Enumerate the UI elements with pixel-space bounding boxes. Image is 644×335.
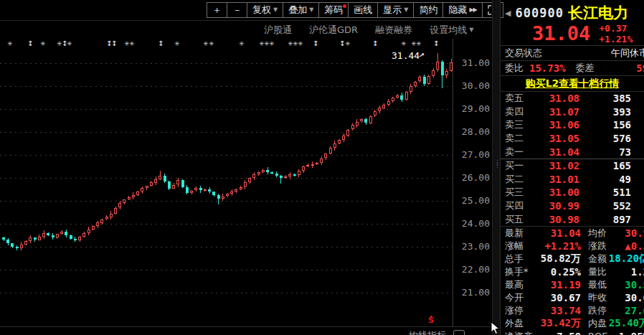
- ask-row[interactable]: 卖三31.06156: [501, 118, 644, 132]
- event-arrow-icon[interactable]: ↕: [27, 39, 33, 48]
- gridline: [0, 178, 453, 179]
- event-s-marker[interactable]: ▲ S: [428, 314, 434, 323]
- candle-body: [320, 159, 323, 163]
- simple-mode-button[interactable]: 简约: [413, 2, 443, 18]
- event-arrow-icon[interactable]: ↕: [158, 39, 164, 48]
- candle-body: [96, 222, 99, 226]
- candle-body: [60, 232, 63, 234]
- event-star-icon[interactable]: ✳: [401, 39, 407, 48]
- event-star-icon[interactable]: ✳: [174, 39, 180, 48]
- panel-splitter[interactable]: ⋮⋮: [492, 0, 501, 335]
- candle-body: [105, 217, 108, 219]
- level-volume: 73: [619, 146, 644, 158]
- candle-body: [87, 230, 90, 233]
- event-star-icon[interactable]: ✳: [269, 39, 275, 48]
- candle-body: [29, 237, 32, 241]
- candle-body: [324, 154, 327, 158]
- bid-row[interactable]: 买三31.00511: [501, 186, 644, 199]
- event-star-icon[interactable]: ✳: [239, 39, 245, 48]
- candle-body: [311, 164, 314, 166]
- display-button[interactable]: 显示▼: [377, 2, 414, 18]
- event-arrow-icon[interactable]: ↕: [433, 39, 439, 48]
- event-arrow-icon[interactable]: ↕: [111, 39, 117, 48]
- bid-row[interactable]: 买五30.98897: [501, 212, 644, 226]
- stat-details: 最新31.04均价30.9涨幅+1.21%涨跌▲0.3总手58.82万金额18.…: [501, 227, 644, 335]
- stat-label: 昨收: [588, 291, 607, 304]
- candle-body: [123, 199, 126, 203]
- event-star-icon[interactable]: ✳: [298, 39, 303, 48]
- bid-row[interactable]: 买四30.99552: [501, 199, 644, 213]
- bottom-clipped-tabs[interactable]: 均线指标: [409, 329, 488, 335]
- link-label: 融资融券: [375, 24, 412, 37]
- buy-l2-link[interactable]: 购买L2查看十档行情: [526, 77, 620, 90]
- bid-row[interactable]: 买一31.02165: [501, 159, 644, 173]
- candle-body: [240, 187, 242, 189]
- event-star-icon[interactable]: ✳: [40, 39, 46, 48]
- zoom-in-button[interactable]: ＋: [207, 2, 227, 18]
- draw-line-button[interactable]: 画线: [348, 2, 378, 18]
- candle-body: [378, 108, 381, 111]
- event-star-icon[interactable]: ✳: [129, 39, 135, 48]
- stat-label: 均价: [588, 227, 607, 240]
- stat-value: 30.67: [536, 292, 581, 303]
- stat-value: +1.21%: [536, 240, 581, 252]
- candle-body: [132, 195, 135, 197]
- candle-body: [16, 247, 19, 248]
- chips-button[interactable]: 筹码: [318, 2, 349, 18]
- stat-row: 最新31.04均价30.9: [501, 227, 644, 240]
- stat-label: 外盘: [505, 317, 536, 330]
- candle-body: [369, 116, 372, 123]
- ask-row[interactable]: 卖一31.0473: [501, 145, 644, 159]
- chevron-down-icon: ▼: [273, 3, 278, 17]
- stat-label: 量比: [588, 265, 607, 278]
- ask-row[interactable]: 卖二31.05576: [501, 132, 644, 146]
- ma-settings-button[interactable]: 设置均线▼: [430, 24, 473, 37]
- adjust-price-button[interactable]: 复权▼: [247, 2, 283, 18]
- hide-button[interactable]: 隐藏▶▶: [442, 2, 482, 18]
- zoom-out-button[interactable]: －: [227, 2, 247, 18]
- candle-body: [92, 226, 95, 230]
- collapse-panel-icon[interactable]: ◀: [505, 9, 511, 18]
- hu-lun-tong-gdr-link[interactable]: 沪伦通GDR: [309, 24, 358, 37]
- level-volume: 552: [613, 200, 644, 212]
- ask-row[interactable]: 卖五31.08385: [501, 92, 644, 105]
- event-star-icon[interactable]: ✳: [203, 39, 209, 48]
- event-star-icon[interactable]: ✳: [416, 39, 422, 48]
- event-star-icon[interactable]: ✳: [345, 39, 351, 48]
- stat-label: 今开: [505, 291, 536, 304]
- candle-body: [194, 188, 197, 190]
- bid-row[interactable]: 买二31.0149: [501, 173, 644, 187]
- stat-label: 金额: [588, 253, 607, 265]
- trading-status-value: 午间休市: [611, 47, 644, 60]
- candle-body: [11, 243, 14, 247]
- candle-body: [42, 233, 45, 237]
- candle-body: [181, 180, 184, 187]
- overlay-button[interactable]: 叠加▼: [283, 2, 319, 18]
- candle-body: [346, 130, 349, 136]
- event-arrow-icon[interactable]: ↕: [372, 39, 378, 48]
- event-arrow-icon[interactable]: ↕: [313, 39, 318, 48]
- level-price: 31.04: [529, 146, 579, 158]
- candle-body: [436, 62, 439, 70]
- axis-tick-label: 26.00: [454, 172, 490, 183]
- trading-status-row: 交易状态 午间休市: [501, 46, 644, 61]
- event-star-icon[interactable]: ✳: [209, 39, 214, 48]
- margin-trading-link[interactable]: 融资融券: [375, 24, 412, 37]
- stat-label: 最新: [505, 227, 536, 240]
- stat-value: ▲0.3: [625, 240, 644, 252]
- ask-row[interactable]: 卖四31.07393: [501, 105, 644, 119]
- clipped-tab-box: [453, 330, 465, 335]
- candle-body: [400, 95, 403, 100]
- kline-plot[interactable]: 31.44→ ▲ S ✳↕✳✳↕✳↕↕✳✳↕✳✳✳✳✳✳✳✳✳✳↕↕✳↕✳✳✳↕: [0, 39, 453, 327]
- candle-body: [257, 172, 260, 174]
- hu-gu-tong-link[interactable]: 沪股通: [264, 24, 292, 37]
- chevron-down-icon: ▼: [309, 3, 313, 17]
- level-label: 卖三: [505, 118, 529, 131]
- event-star-icon[interactable]: ✳: [7, 39, 13, 48]
- clipped-tab-label: 均线指标: [409, 329, 446, 335]
- candle-body: [70, 235, 72, 239]
- weicha-value: 59: [636, 62, 644, 74]
- quote-panel: ◀ 600900 长江电力 31.04 +0.37 +1.21% 交易状态 午间…: [501, 0, 644, 335]
- candle-body: [270, 172, 273, 174]
- event-star-icon[interactable]: ✳: [67, 39, 72, 48]
